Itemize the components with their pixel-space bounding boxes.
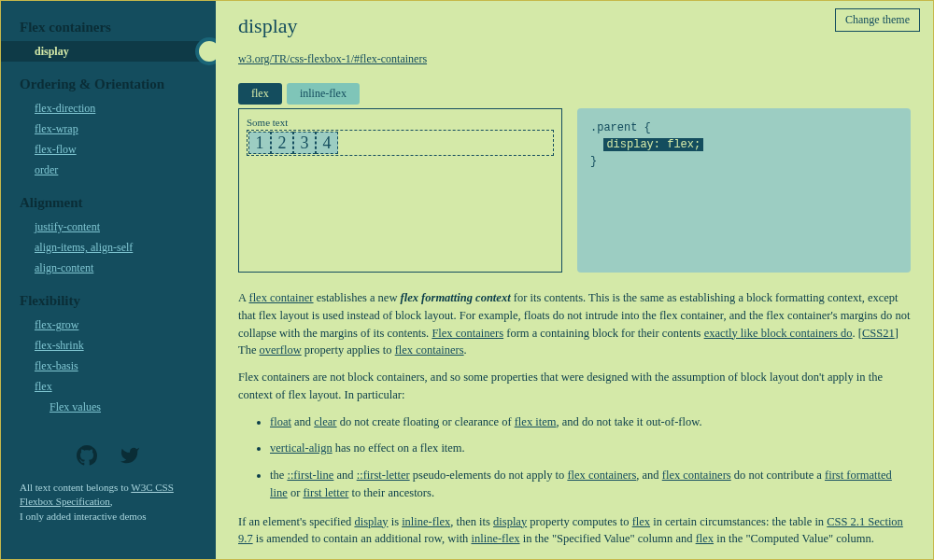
section-list: display	[1, 41, 216, 73]
sidebar-item-label: flex-shrink	[35, 339, 84, 352]
demo-flex-container: 1 2 3 4	[247, 130, 554, 156]
link-display[interactable]: display	[493, 515, 527, 528]
link-css21[interactable]: CSS21	[862, 327, 895, 340]
link-float[interactable]: float	[270, 415, 291, 428]
change-theme-button[interactable]: Change theme	[835, 8, 920, 32]
link-flex-containers[interactable]: flex containers	[567, 469, 636, 482]
sidebar-item-label: order	[35, 163, 58, 176]
sidebar-item-label: justify-content	[35, 220, 100, 233]
sidebar-item-align-content[interactable]: align-content	[1, 258, 216, 278]
tab-flex[interactable]: flex	[238, 83, 282, 105]
sidebar-item-flex-values[interactable]: Flex values	[1, 397, 216, 417]
sidebar-item-label: flex-grow	[35, 318, 78, 331]
demo-item: 4	[316, 132, 338, 154]
demo-label: Some text	[247, 117, 554, 128]
sidebar: Flex containers display Ordering & Orien…	[1, 1, 216, 559]
link-inline-flex[interactable]: inline-flex	[471, 532, 519, 545]
link-flex-containers[interactable]: Flex containers	[432, 327, 503, 340]
tab-inline-flex[interactable]: inline-flex	[287, 83, 360, 105]
sidebar-item-label: flex-wrap	[35, 122, 78, 135]
section-heading: Ordering & Orientation	[1, 73, 216, 98]
sidebar-item-flex-wrap[interactable]: flex-wrap	[1, 119, 216, 139]
section-list: flex-grow flex-shrink flex-basis flex Fl…	[1, 315, 216, 428]
sidebar-item-label: align-items, align-self	[35, 241, 133, 254]
page-title: display	[238, 14, 911, 38]
term: flex formatting context	[401, 291, 511, 304]
link-first-line[interactable]: ::first-line	[287, 469, 333, 482]
value-tabs: flex inline-flex	[238, 83, 911, 105]
sidebar-item-flex-shrink[interactable]: flex-shrink	[1, 335, 216, 356]
code-line: display: flex;	[590, 136, 898, 153]
credits-text: I only added interactive demos	[20, 511, 147, 522]
credits-text: All text content belongs to	[20, 482, 131, 493]
section-heading: Alignment	[1, 191, 216, 217]
link-flex[interactable]: flex	[632, 515, 650, 528]
sidebar-item-flex[interactable]: flex	[1, 376, 216, 397]
sidebar-item-label: flex	[35, 380, 52, 393]
link-overflow[interactable]: overflow	[260, 343, 302, 357]
applies-to: Applies to: all elements.	[238, 557, 911, 559]
github-icon[interactable]	[77, 445, 97, 471]
link-block-containers[interactable]: exactly like block containers do	[704, 327, 853, 340]
social-links	[1, 428, 216, 481]
section-list: flex-direction flex-wrap flex-flow order	[1, 98, 216, 191]
sidebar-item-align-items[interactable]: align-items, align-self	[1, 237, 216, 258]
sidebar-item-flex-direction[interactable]: flex-direction	[1, 98, 216, 119]
link-first-letter[interactable]: first letter	[303, 486, 348, 499]
app-root: Flex containers display Ordering & Orien…	[0, 0, 934, 560]
sidebar-item-label: flex-flow	[35, 143, 77, 156]
link-clear[interactable]: clear	[314, 415, 336, 428]
link-inline-flex[interactable]: inline-flex	[402, 515, 450, 528]
sidebar-item-flex-flow[interactable]: flex-flow	[1, 139, 216, 160]
list-item: vertical-align has no effect on a flex i…	[270, 440, 911, 457]
sidebar-item-flex-basis[interactable]: flex-basis	[1, 356, 216, 376]
code-panel: .parent { display: flex; }	[577, 108, 911, 273]
list-item: the ::first-line and ::first-letter pseu…	[270, 467, 911, 502]
credits: All text content belongs to W3C CSS Flex…	[1, 481, 216, 533]
section-list: justify-content align-items, align-self …	[1, 217, 216, 289]
sidebar-item-label: display	[35, 45, 69, 58]
exception-list: float and clear do not create floating o…	[238, 413, 911, 502]
sidebar-item-justify-content[interactable]: justify-content	[1, 217, 216, 237]
paragraph: If an element's specified display is inl…	[238, 513, 911, 549]
demo-preview: Some text 1 2 3 4	[238, 108, 562, 273]
code-line: }	[590, 153, 898, 170]
code-line: .parent {	[590, 119, 898, 136]
sidebar-item-label: align-content	[35, 261, 93, 274]
paragraph: A flex container establishes a new flex …	[238, 289, 911, 359]
sidebar-item-display[interactable]: display	[1, 41, 216, 62]
sidebar-item-label: flex-basis	[35, 359, 78, 372]
code-highlight: display: flex;	[603, 138, 703, 151]
link-vertical-align[interactable]: vertical-align	[270, 441, 333, 455]
description: A flex container establishes a new flex …	[238, 289, 911, 559]
list-item: float and clear do not create floating o…	[270, 413, 911, 431]
link-flex-containers[interactable]: flex containers	[395, 343, 464, 357]
demo-panels: Some text 1 2 3 4 .parent { display: fle…	[238, 108, 911, 273]
sidebar-item-label: Flex values	[50, 400, 101, 413]
main-content: Change theme display w3.org/TR/css-flexb…	[216, 1, 933, 559]
credits-text: ,	[110, 496, 113, 507]
link-flex[interactable]: flex	[696, 532, 714, 545]
demo-item: 1	[248, 132, 271, 154]
link-first-letter[interactable]: ::first-letter	[357, 469, 410, 482]
link-display[interactable]: display	[354, 515, 388, 528]
link-flex-containers[interactable]: flex containers	[662, 469, 731, 482]
twitter-icon[interactable]	[120, 445, 140, 471]
demo-item: 2	[271, 132, 293, 154]
spec-link[interactable]: w3.org/TR/css-flexbox-1/#flex-containers	[238, 52, 427, 66]
section-heading: Flex containers	[1, 16, 216, 41]
demo-item: 3	[293, 132, 316, 154]
sidebar-item-label: flex-direction	[35, 102, 95, 115]
sidebar-item-flex-grow[interactable]: flex-grow	[1, 315, 216, 335]
link-flex-container[interactable]: flex container	[248, 291, 313, 304]
section-heading: Flexibility	[1, 289, 216, 315]
link-flex-item[interactable]: flex item	[515, 415, 557, 428]
paragraph: Flex containers are not block containers…	[238, 369, 911, 404]
sidebar-item-order[interactable]: order	[1, 160, 216, 180]
